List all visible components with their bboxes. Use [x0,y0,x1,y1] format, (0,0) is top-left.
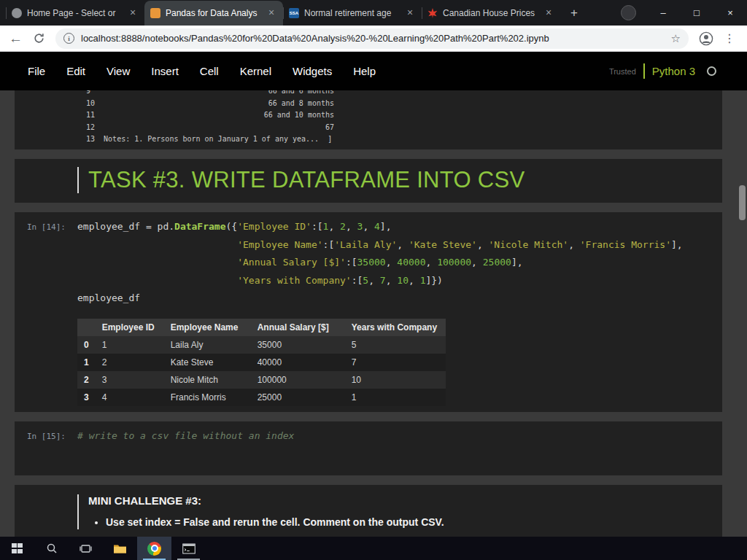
new-tab-button[interactable]: + [565,4,584,23]
table-row: 01Laila Aly350005 [77,336,446,354]
close-button[interactable]: × [713,0,747,26]
markdown-cell-task3[interactable]: TASK #3. WRITE DATAFRAME INTO CSV [15,159,722,203]
reload-icon[interactable] [33,32,45,44]
code-line: 'Annual Salary [$]':[35000, 40000, 10000… [77,254,722,272]
output-area: Employee IDEmployee NameAnnual Salary [$… [77,319,722,406]
browser-window: Home Page - Select or ×Pandas for Data A… [0,0,747,560]
tab-close-icon[interactable]: × [404,7,416,19]
menu-help[interactable]: Help [343,59,387,83]
minimize-button[interactable]: – [646,0,680,26]
menu-widgets[interactable]: Widgets [282,59,343,83]
tab-strip: Home Page - Select or ×Pandas for Data A… [0,0,747,26]
input-prompt-14: In [14]: [15,218,77,308]
console-window-icon [182,543,196,554]
code-line: employee_df [77,289,722,308]
row-index: 1 [77,354,96,371]
browser-menu-icon[interactable]: ⋮ [724,31,738,45]
back-icon[interactable]: ← [9,31,23,45]
page-info-icon[interactable]: i [63,33,74,44]
profile-avatar[interactable] [621,5,636,20]
mini-challenge-title: MINI CHALLENGE #3: [88,494,722,507]
bookmark-star-icon[interactable]: ☆ [671,32,681,45]
row-index: 2 [77,371,96,389]
tab-close-icon[interactable]: × [127,7,139,19]
table-cell: 5 [345,336,446,354]
table-cell: Laila Aly [164,336,251,354]
code-cell-14[interactable]: In [14]: employee_df = pd.DataFrame({'Em… [15,212,722,412]
menu-view[interactable]: View [96,59,141,83]
output-cell-partial[interactable]: 966 and 6 months1066 and 8 months1166 an… [15,90,722,149]
notebook-scrollbar-thumb[interactable] [739,185,746,220]
code-editor-14[interactable]: employee_df = pd.DataFrame({'Employee ID… [77,218,722,308]
menu-insert[interactable]: Insert [141,59,190,83]
output-line: 1166 and 10 months [86,109,334,122]
tab-close-icon[interactable]: × [266,7,277,19]
table-row: 12Kate Steve400007 [77,354,446,371]
row-index: 3 [77,389,96,406]
folder-icon [113,543,127,554]
input-prompt-15: In [15]: [15,427,77,470]
windows-logo-icon [12,543,23,554]
table-cell: 35000 [251,336,345,354]
table-cell: 100000 [251,371,345,389]
code-line: employee_df = pd.DataFrame({'Employee ID… [77,218,722,236]
row-index: 0 [77,336,96,354]
column-header: Employee ID [96,319,164,336]
console-taskbar-button[interactable] [171,537,206,560]
output-line: 1066 and 8 months [86,98,334,110]
menu-cell[interactable]: Cell [190,59,230,83]
code-line: # write to a csv file without an index [77,427,722,446]
kernel-status-icon [707,66,716,76]
table-cell: 4 [96,389,164,406]
browser-tab[interactable]: SSANormal retirement age × [283,1,422,26]
url-text: localhost:8888/notebooks/Pandas%20for%20… [81,33,665,44]
browser-tab[interactable]: Home Page - Select or × [6,1,144,26]
browser-tab[interactable]: Pandas for Data Analys× [144,1,283,26]
output-line: 1267 [86,122,334,134]
browser-toolbar: ← i localhost:8888/notebooks/Pandas%20fo… [0,26,747,52]
tab-title: Normal retirement age [304,8,399,18]
menu-edit[interactable]: Edit [56,59,96,83]
column-header: Years with Company [345,319,446,336]
tab-close-icon[interactable]: × [543,7,554,19]
series-output: 966 and 6 months1066 and 8 months1166 an… [15,90,722,146]
notebook-area[interactable]: 966 and 6 months1066 and 8 months1166 an… [0,90,747,537]
employee-dataframe-table: Employee IDEmployee NameAnnual Salary [$… [77,319,446,406]
windows-taskbar [0,537,747,560]
table-cell: Francis Morris [164,389,251,406]
table-cell: 1 [345,389,446,406]
tab-list: Home Page - Select or ×Pandas for Data A… [6,1,560,26]
chrome-icon [147,542,161,556]
browser-profile-icon[interactable] [699,31,713,46]
output-prompt-space [15,319,77,406]
maximize-button[interactable]: □ [680,0,713,26]
search-button[interactable] [34,537,69,560]
jupyter-favicon-icon [150,8,160,18]
challenge-bullet: Use set index = False and rerun the cell… [106,515,722,529]
file-explorer-button[interactable] [103,537,137,560]
code-line: 'Years with Company':[5, 7, 10, 1]}) [77,272,722,290]
menu-file[interactable]: File [18,59,56,83]
code-editor-15[interactable]: # write to a csv file without an index [77,427,722,470]
markdown-content: TASK #3. WRITE DATAFRAME INTO CSV [77,167,722,193]
table-cell: 10 [345,371,446,389]
table-cell: 1 [96,336,164,354]
code-cell-15[interactable]: In [15]: # write to a csv file without a… [15,421,722,475]
search-icon [46,542,58,554]
table-row: 34Francis Morris250001 [77,389,446,406]
trusted-label: Trusted [609,67,636,76]
address-bar[interactable]: i localhost:8888/notebooks/Pandas%20for%… [55,28,689,49]
menu-kernel[interactable]: Kernel [230,59,282,83]
start-button[interactable] [0,537,34,560]
table-cell: 40000 [251,354,345,371]
ssa-favicon-icon: SSA [289,8,299,18]
tab-title: Home Page - Select or [27,8,122,18]
task-view-button[interactable] [69,537,103,560]
chrome-taskbar-button[interactable] [137,537,171,560]
markdown-cell-mini-challenge[interactable]: MINI CHALLENGE #3: Use set index = False… [15,485,722,537]
task-view-icon [80,543,92,554]
markdown-content: MINI CHALLENGE #3: Use set index = False… [77,494,722,529]
kernel-indicator-group: Trusted Python 3 [609,63,716,79]
column-header: Annual Salary [$] [251,319,345,336]
browser-tab[interactable]: Canadian House Prices × [422,1,560,26]
